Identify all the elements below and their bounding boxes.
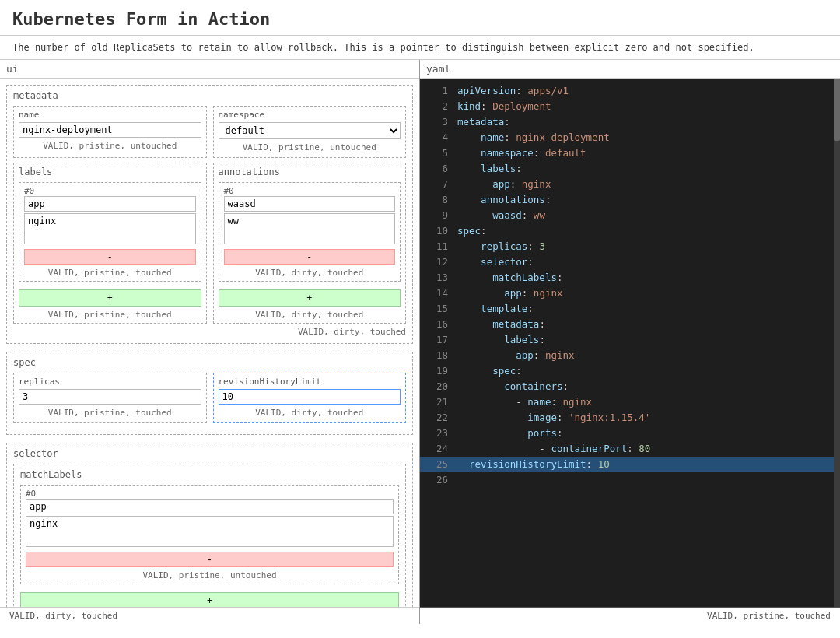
yaml-line-content: containers:: [457, 379, 834, 394]
yaml-line: 26: [420, 472, 840, 488]
annotations-section-label: annotations: [219, 167, 401, 177]
labels-plus-button[interactable]: +: [19, 289, 201, 307]
yaml-line-content: image: 'nginx:1.15.4': [457, 410, 834, 426]
yaml-line: 16 metadata:: [420, 317, 840, 332]
line-number: 11: [426, 239, 448, 254]
namespace-select[interactable]: default: [219, 122, 401, 139]
spec-section: spec replicas VALID, pristine, touched r…: [6, 352, 413, 435]
name-label: name: [19, 110, 201, 120]
page-title: Kubernetes Form in Action: [0, 0, 840, 35]
match-labels-array-field: #0 nginx - VALID, pristine, untouched: [20, 485, 399, 584]
yaml-line-content: kind: Deployment: [457, 99, 834, 114]
yaml-line-content: revisionHistoryLimit: 10: [457, 457, 834, 472]
scrollbar-track[interactable]: [834, 79, 840, 607]
yaml-line: 23 ports:: [420, 426, 840, 441]
annotations-array-field: #0 ww - VALID, dirty, touched: [219, 182, 401, 282]
labels-minus-button[interactable]: -: [24, 249, 196, 265]
yaml-line-content: labels:: [457, 161, 834, 177]
line-number: 23: [426, 426, 448, 441]
labels-key-input[interactable]: [24, 196, 196, 212]
revision-input[interactable]: [219, 389, 401, 405]
labels-index: #0: [24, 186, 196, 196]
annotations-val-textarea[interactable]: ww: [224, 213, 396, 244]
yaml-line: 24 - containerPort: 80: [420, 441, 840, 457]
line-number: 10: [426, 223, 448, 239]
yaml-line-content: - name: nginx: [457, 394, 834, 410]
yaml-line: 2kind: Deployment: [420, 99, 840, 114]
yaml-line: 9 waasd: ww: [420, 208, 840, 223]
yaml-line: 10spec:: [420, 223, 840, 239]
yaml-line: 7 app: nginx: [420, 177, 840, 192]
left-bottom-status: VALID, dirty, touched: [0, 608, 127, 624]
yaml-line: 21 - name: nginx: [420, 394, 840, 410]
ui-label: ui: [0, 60, 419, 79]
line-number: 1: [426, 83, 448, 99]
annotations-key-input[interactable]: [224, 196, 396, 212]
line-number: 16: [426, 317, 448, 332]
yaml-line-content: spec:: [457, 363, 834, 379]
name-input[interactable]: [19, 122, 201, 138]
yaml-line: 8 annotations:: [420, 192, 840, 208]
left-bottom-status-bar: VALID, dirty, touched: [0, 607, 419, 624]
scrollbar-thumb[interactable]: [834, 79, 840, 141]
yaml-line: 13 matchLabels:: [420, 270, 840, 286]
annotations-plus-button[interactable]: +: [219, 289, 401, 307]
line-number: 20: [426, 379, 448, 394]
yaml-line: 15 template:: [420, 301, 840, 317]
yaml-line-content: selector:: [457, 254, 834, 270]
match-labels-label: matchLabels: [20, 469, 399, 480]
yaml-line-content: matchLabels:: [457, 270, 834, 286]
match-labels-plus-button[interactable]: +: [20, 592, 399, 607]
yaml-line-content: ports:: [457, 426, 834, 441]
yaml-line: 5 namespace: default: [420, 145, 840, 161]
line-number: 6: [426, 161, 448, 177]
yaml-line: 17 labels:: [420, 332, 840, 348]
line-number: 24: [426, 441, 448, 457]
metadata-label: metadata: [13, 90, 406, 101]
match-labels-minus-button[interactable]: -: [26, 552, 394, 567]
yaml-line: 14 app: nginx: [420, 286, 840, 301]
yaml-editor-container: 1apiVersion: apps/v12kind: Deployment3me…: [420, 79, 840, 607]
yaml-line: 18 app: nginx: [420, 348, 840, 363]
line-number: 15: [426, 301, 448, 317]
match-labels-val-textarea[interactable]: nginx: [26, 516, 394, 547]
line-number: 21: [426, 394, 448, 410]
yaml-line-content: app: nginx: [457, 348, 834, 363]
yaml-line-content: app: nginx: [457, 286, 834, 301]
yaml-line-content: annotations:: [457, 192, 834, 208]
yaml-line: 4 name: nginx-deployment: [420, 130, 840, 145]
annotations-array-section: annotations #0 ww - VALID, dirty, touche…: [213, 163, 407, 324]
line-number: 19: [426, 363, 448, 379]
yaml-label: yaml: [420, 60, 840, 79]
line-number: 17: [426, 332, 448, 348]
annotations-minus-button[interactable]: -: [224, 249, 396, 265]
yaml-line: 3metadata:: [420, 114, 840, 130]
labels-array-section: labels #0 nginx - VALID, pristine, touch…: [13, 163, 207, 324]
revision-field-block: revisionHistoryLimit VALID, dirty, touch…: [213, 373, 407, 423]
namespace-field-block: namespace default VALID, pristine, untou…: [213, 106, 407, 158]
annotations-status2: VALID, dirty, touched: [219, 310, 401, 320]
yaml-line-content: - containerPort: 80: [457, 441, 834, 457]
line-number: 4: [426, 130, 448, 145]
namespace-label: namespace: [219, 110, 401, 120]
metadata-section: metadata name VALID, pristine, untouched…: [6, 85, 413, 344]
yaml-editor[interactable]: 1apiVersion: apps/v12kind: Deployment3me…: [420, 79, 840, 607]
replicas-input[interactable]: [19, 389, 201, 405]
labels-status1: VALID, pristine, touched: [24, 268, 196, 278]
labels-annotations-row: labels #0 nginx - VALID, pristine, touch…: [13, 163, 406, 324]
line-number: 26: [426, 472, 448, 488]
yaml-line: 1apiVersion: apps/v1: [420, 83, 840, 99]
line-number: 25: [426, 457, 448, 472]
yaml-line: 11 replicas: 3: [420, 239, 840, 254]
line-number: 3: [426, 114, 448, 130]
left-content: metadata name VALID, pristine, untouched…: [0, 79, 419, 607]
line-number: 22: [426, 410, 448, 426]
left-panel: ui metadata name VALID, pristine, untouc…: [0, 60, 420, 624]
match-labels-key-input[interactable]: [26, 499, 394, 514]
labels-section-label: labels: [19, 167, 201, 177]
right-panel: yaml 1apiVersion: apps/v12kind: Deployme…: [420, 60, 840, 624]
yaml-line-content: replicas: 3: [457, 239, 834, 254]
line-number: 13: [426, 270, 448, 286]
replicas-status: VALID, pristine, touched: [19, 408, 201, 418]
labels-val-textarea[interactable]: nginx: [24, 213, 196, 244]
